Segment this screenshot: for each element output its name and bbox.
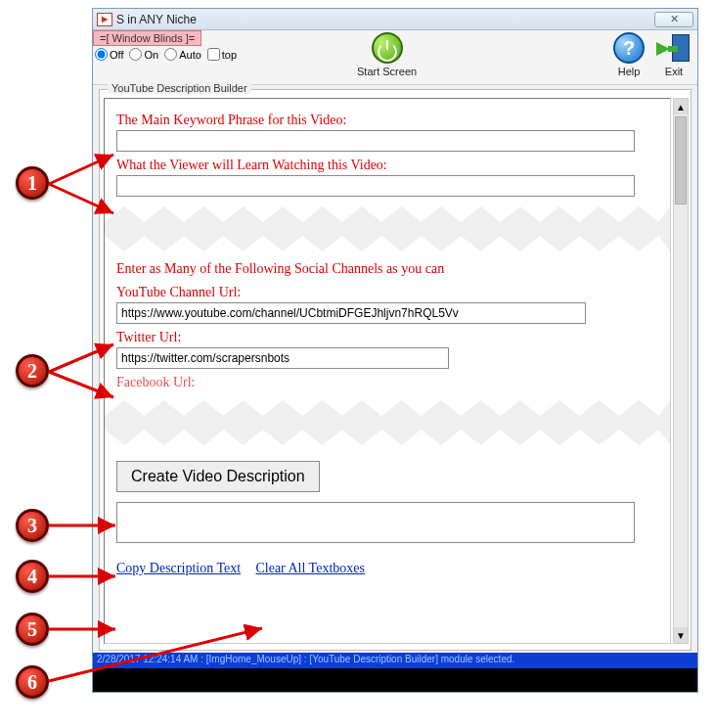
- radio-auto-label: Auto: [179, 49, 201, 61]
- annotation-badge-1: 1: [16, 166, 49, 200]
- exit-label: Exit: [665, 66, 683, 77]
- label-youtube-url: YouTube Channel Url:: [116, 285, 658, 300]
- label-main-keyword: The Main Keyword Phrase for this Video:: [116, 113, 658, 128]
- toolbar: Start Screen ? Help Exit: [269, 32, 690, 77]
- window-close-button[interactable]: ✕: [654, 12, 693, 27]
- exit-icon: [658, 32, 690, 64]
- annotation-badge-6: 6: [16, 665, 49, 699]
- radio-auto[interactable]: Auto: [164, 48, 201, 61]
- label-viewer-learn: What the Viewer will Learn Watching this…: [116, 158, 658, 173]
- description-builder-group: YouTube Description Builder ▲ ▼ The Main…: [99, 89, 691, 651]
- youtube-icon: ▶: [97, 13, 112, 26]
- app-window: ▶ S in ANY Niche ✕ =[ Window Blinds ]= O…: [92, 8, 698, 693]
- output-textarea[interactable]: [116, 502, 635, 543]
- exit-button[interactable]: Exit: [658, 32, 690, 77]
- start-screen-label: Start Screen: [357, 66, 417, 77]
- radio-auto-input[interactable]: [164, 48, 177, 61]
- groupbox-title: YouTube Description Builder: [108, 82, 251, 94]
- create-description-button[interactable]: Create Video Description: [116, 461, 320, 492]
- scroll-down-button[interactable]: ▼: [674, 627, 688, 643]
- chk-top-label: top: [222, 49, 237, 61]
- chk-top[interactable]: top: [207, 48, 237, 61]
- section-divider: [105, 206, 670, 251]
- help-icon: ?: [613, 32, 645, 64]
- help-button[interactable]: ? Help: [613, 32, 645, 77]
- window-blinds-tab[interactable]: =[ Window Blinds ]=: [93, 30, 201, 46]
- scroll-thumb[interactable]: [675, 116, 687, 205]
- radio-on-label: On: [144, 49, 158, 61]
- link-clear-textboxes[interactable]: Clear All Textboxes: [255, 561, 365, 575]
- input-viewer-learn[interactable]: [116, 175, 635, 197]
- bottom-black-bar: [93, 668, 697, 692]
- close-icon: ✕: [670, 13, 679, 25]
- radio-off-input[interactable]: [95, 48, 108, 61]
- label-twitter-url: Twitter Url:: [116, 330, 658, 345]
- start-screen-button[interactable]: Start Screen: [357, 32, 417, 77]
- radio-on-input[interactable]: [129, 48, 142, 61]
- radio-off[interactable]: Off: [95, 48, 123, 61]
- section-divider-2: [105, 400, 670, 445]
- scroll-up-button[interactable]: ▲: [674, 99, 688, 114]
- window-title: S in ANY Niche: [116, 13, 654, 26]
- blinds-radio-row: Off On Auto top: [95, 48, 237, 61]
- chk-top-input[interactable]: [207, 48, 220, 61]
- status-bar: 2/28/2017 12:24:14 AM : [ImgHome_MouseUp…: [93, 653, 697, 668]
- input-youtube-url[interactable]: [116, 302, 586, 324]
- radio-off-label: Off: [110, 49, 123, 61]
- annotation-badge-5: 5: [16, 613, 49, 646]
- annotation-badge-2: 2: [16, 354, 49, 387]
- top-strip: =[ Window Blinds ]= Off On Auto top Star…: [93, 30, 697, 85]
- label-social-intro: Enter as Many of the Following Social Ch…: [116, 261, 658, 277]
- input-main-keyword[interactable]: [116, 130, 635, 152]
- titlebar: ▶ S in ANY Niche ✕: [93, 9, 697, 30]
- radio-on[interactable]: On: [129, 48, 158, 61]
- link-copy-description[interactable]: Copy Description Text: [116, 561, 241, 575]
- vertical-scrollbar[interactable]: ▲ ▼: [673, 98, 689, 644]
- label-facebook-url: Facebook Url:: [116, 375, 658, 390]
- input-twitter-url[interactable]: [116, 347, 449, 369]
- annotation-badge-4: 4: [16, 560, 49, 593]
- help-label: Help: [618, 66, 641, 77]
- scroll-content: The Main Keyword Phrase for this Video: …: [104, 98, 671, 644]
- link-row: Copy Description Text Clear All Textboxe…: [116, 561, 658, 576]
- power-icon: [372, 32, 403, 64]
- annotation-badge-3: 3: [16, 509, 49, 542]
